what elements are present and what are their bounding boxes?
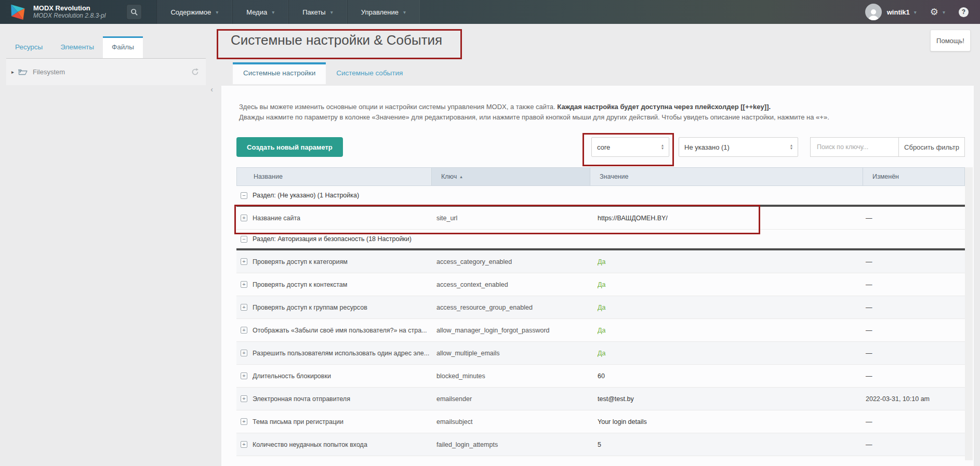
chevron-down-icon[interactable]: ▾ [943, 9, 945, 15]
table-row[interactable]: +Отображать «Забыли своё имя пользовател… [236, 319, 965, 342]
setting-value[interactable]: Да [590, 342, 863, 364]
gear-icon[interactable]: ⚙ [930, 6, 938, 18]
search-button[interactable] [126, 4, 142, 20]
table-row[interactable]: +Электронная почта отправителяemailsende… [236, 388, 965, 410]
username[interactable]: wintik1 [887, 8, 910, 16]
table-row[interactable]: +Проверять доступ к группам ресурсовacce… [236, 296, 965, 319]
chevron-down-icon: ▾ [403, 9, 406, 15]
table-body: −Раздел: (Не указано) (1 Настройка)+Назв… [236, 186, 965, 456]
tree-expand-icon[interactable]: ▸ [11, 69, 14, 75]
filter-toolbar: Создать новый параметр core ▴▾ Не указан… [236, 137, 965, 157]
clear-filter-button[interactable]: Сбросить фильтр [898, 137, 965, 157]
refresh-icon[interactable] [191, 68, 200, 76]
menu-item-label: Пакеты [302, 8, 326, 16]
menu-item-content[interactable]: Содержимое ▾ [156, 0, 232, 24]
setting-value[interactable]: test@test.by [590, 388, 863, 410]
setting-value[interactable]: Да [590, 250, 863, 273]
help-icon[interactable]: ? [959, 7, 969, 17]
tree-node-filesystem[interactable]: Filesystem [33, 68, 65, 76]
setting-value[interactable]: Да [590, 296, 863, 318]
table-row[interactable]: +Длительность блокировкиblocked_minutes6… [236, 365, 965, 388]
expand-icon[interactable]: + [241, 395, 247, 402]
setting-name: Название сайта [253, 215, 300, 222]
column-header[interactable]: Изменён [863, 168, 965, 185]
table-row[interactable]: +Количество неудачных попыток входаfaile… [236, 433, 965, 456]
help-button[interactable]: Помощь! [930, 30, 971, 51]
tab-system-settings[interactable]: Системные настройки [233, 62, 326, 84]
setting-value[interactable]: Да [590, 273, 863, 296]
expand-icon[interactable]: + [241, 441, 247, 448]
table-group-row[interactable]: −Раздел: Авторизация и безопасность (18 … [236, 230, 965, 250]
setting-modified: — [863, 250, 965, 273]
topbar-right: wintik1 ▾ ⚙ ▾ ? [865, 4, 969, 20]
expand-icon[interactable]: + [241, 215, 247, 221]
setting-key: emailsender [431, 388, 590, 410]
setting-value[interactable]: 60 [590, 365, 863, 387]
setting-value[interactable]: 5 [590, 433, 863, 456]
setting-key: access_context_enabled [431, 273, 590, 296]
expand-icon[interactable]: + [241, 418, 247, 425]
setting-modified: — [863, 365, 965, 387]
scrollbar[interactable] [965, 167, 973, 460]
table-row[interactable]: +Проверять доступ к контекстамaccess_con… [236, 273, 965, 296]
table-header: НазваниеКлюч▴ЗначениеИзменён [236, 167, 965, 186]
setting-value[interactable]: Your login details [590, 410, 863, 433]
chevron-down-icon: ▾ [216, 9, 218, 15]
setting-value[interactable]: https://ВАШДОМЕН.BY/ [590, 207, 863, 229]
search-by-key-input[interactable] [810, 137, 898, 157]
setting-name: Проверять доступ к группам ресурсов [253, 304, 367, 311]
column-header[interactable]: Название [237, 168, 432, 185]
expand-icon[interactable]: + [241, 350, 247, 356]
description-text: Здесь вы можете изменить основные опции … [239, 103, 557, 111]
sidebar: Ресурсы Элементы Файлы ▸ Filesystem ‹ [0, 24, 214, 466]
setting-name: Количество неудачных попыток входа [253, 441, 367, 448]
menu-item-packages[interactable]: Пакеты ▾ [288, 0, 347, 24]
updown-arrows-icon: ▴▾ [661, 144, 664, 150]
tab-files[interactable]: Файлы [103, 36, 143, 58]
topbar: MODX Revolution MODX Revolution 2.8.3-pl… [0, 0, 980, 24]
create-setting-button[interactable]: Создать новый параметр [236, 137, 343, 157]
setting-key: emailsubject [431, 410, 590, 433]
modx-logo-icon [8, 3, 27, 21]
column-header[interactable]: Значение [590, 168, 863, 185]
collapse-icon[interactable]: − [241, 236, 247, 243]
expand-icon[interactable]: + [241, 304, 247, 311]
expand-icon[interactable]: + [241, 327, 247, 334]
avatar[interactable] [865, 4, 882, 20]
namespace-filter-select[interactable]: core ▴▾ [591, 137, 669, 157]
table-row[interactable]: +Разрешить пользователям использовать од… [236, 342, 965, 365]
setting-modified: — [863, 207, 965, 229]
menu-item-manage[interactable]: Управление ▾ [347, 0, 420, 24]
table-group-row[interactable]: −Раздел: (Не указано) (1 Настройка) [236, 186, 965, 207]
menu-item-media[interactable]: Медиа ▾ [232, 0, 288, 24]
tab-elements[interactable]: Элементы [51, 36, 103, 58]
group-label: Раздел: Авторизация и безопасность (18 Н… [253, 235, 412, 243]
tab-resources[interactable]: Ресурсы [6, 36, 51, 58]
table-row[interactable]: +Название сайтаsite_urlhttps://ВАШДОМЕН.… [236, 207, 965, 230]
setting-modified: — [863, 319, 965, 341]
setting-key: failed_login_attempts [431, 433, 590, 456]
setting-name: Отображать «Забыли своё имя пользователя… [253, 327, 427, 334]
setting-key: site_url [431, 207, 590, 229]
chevron-down-icon[interactable]: ▾ [914, 9, 917, 15]
collapse-icon[interactable]: − [241, 192, 247, 199]
expand-icon[interactable]: + [241, 258, 247, 265]
setting-name: Проверять доступ к контекстам [253, 281, 347, 288]
table-row[interactable]: +Проверять доступ к категориямaccess_cat… [236, 250, 965, 273]
setting-name: Разрешить пользователям использовать оди… [253, 350, 429, 357]
table-row[interactable]: +Тема письма при регистрацииemailsubject… [236, 410, 965, 433]
column-header[interactable]: Ключ▴ [432, 168, 590, 185]
setting-key: access_resource_group_enabled [431, 296, 590, 318]
sidebar-collapse-icon[interactable]: ‹ [210, 85, 213, 94]
page-title: Системные настройки & События [231, 32, 442, 48]
group-label: Раздел: (Не указано) (1 Настройка) [253, 192, 359, 199]
expand-icon[interactable]: + [241, 372, 247, 379]
setting-modified: — [863, 342, 965, 364]
tab-system-events[interactable]: Системные события [326, 62, 413, 84]
setting-key: allow_multiple_emails [431, 342, 590, 364]
setting-key: blocked_minutes [431, 365, 590, 387]
brand-subtitle: MODX Revolution 2.8.3-pl [33, 12, 105, 20]
setting-value[interactable]: Да [590, 319, 863, 341]
area-filter-select[interactable]: Не указано (1) ▴▾ [679, 137, 798, 157]
expand-icon[interactable]: + [241, 281, 247, 288]
